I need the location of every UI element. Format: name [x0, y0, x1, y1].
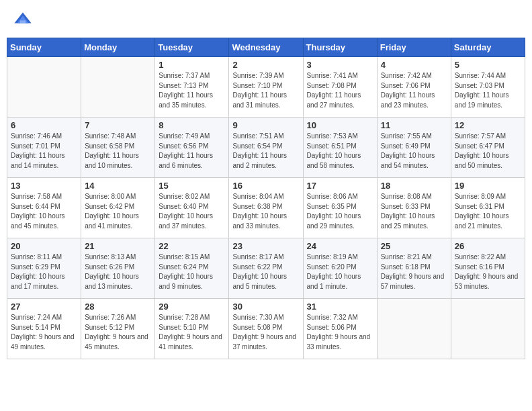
- weekday-header-row: SundayMondayTuesdayWednesdayThursdayFrid…: [7, 38, 525, 57]
- calendar-cell: 28Sunrise: 7:26 AMSunset: 5:12 PMDayligh…: [81, 299, 155, 359]
- day-info: Sunrise: 7:53 AMSunset: 6:51 PMDaylight:…: [307, 132, 373, 171]
- calendar-cell: 25Sunrise: 8:21 AMSunset: 6:18 PMDayligh…: [377, 238, 451, 299]
- page-header: [7, 7, 525, 32]
- calendar-cell: [7, 57, 81, 118]
- day-info: Sunrise: 7:58 AMSunset: 6:44 PMDaylight:…: [11, 192, 77, 231]
- calendar-cell: 27Sunrise: 7:24 AMSunset: 5:14 PMDayligh…: [7, 299, 81, 359]
- day-info: Sunrise: 7:28 AMSunset: 5:10 PMDaylight:…: [159, 313, 225, 352]
- day-number: 17: [307, 181, 373, 191]
- logo: [13, 10, 35, 29]
- calendar-cell: 6Sunrise: 7:46 AMSunset: 7:01 PMDaylight…: [7, 118, 81, 178]
- calendar-cell: 17Sunrise: 8:06 AMSunset: 6:35 PMDayligh…: [303, 178, 377, 238]
- day-number: 10: [307, 120, 373, 130]
- day-number: 11: [381, 120, 447, 130]
- calendar-week-row: 1Sunrise: 7:37 AMSunset: 7:13 PMDaylight…: [7, 57, 525, 118]
- weekday-header-saturday: Saturday: [451, 38, 525, 57]
- weekday-header-sunday: Sunday: [7, 38, 81, 57]
- day-info: Sunrise: 7:30 AMSunset: 5:08 PMDaylight:…: [232, 313, 299, 352]
- day-number: 19: [455, 181, 521, 191]
- day-number: 9: [232, 120, 299, 130]
- day-number: 12: [455, 120, 521, 130]
- calendar-cell: 9Sunrise: 7:51 AMSunset: 6:54 PMDaylight…: [229, 118, 303, 178]
- calendar-week-row: 27Sunrise: 7:24 AMSunset: 5:14 PMDayligh…: [7, 299, 525, 359]
- calendar-cell: 3Sunrise: 7:41 AMSunset: 7:08 PMDaylight…: [303, 57, 377, 118]
- calendar-cell: 7Sunrise: 7:48 AMSunset: 6:58 PMDaylight…: [81, 118, 155, 178]
- calendar-cell: [377, 299, 451, 359]
- day-info: Sunrise: 7:32 AMSunset: 5:06 PMDaylight:…: [307, 313, 373, 352]
- calendar-cell: 15Sunrise: 8:02 AMSunset: 6:40 PMDayligh…: [155, 178, 229, 238]
- calendar-cell: 31Sunrise: 7:32 AMSunset: 5:06 PMDayligh…: [303, 299, 377, 359]
- day-info: Sunrise: 8:17 AMSunset: 6:22 PMDaylight:…: [232, 253, 299, 291]
- weekday-header-thursday: Thursday: [303, 38, 377, 57]
- day-info: Sunrise: 7:48 AMSunset: 6:58 PMDaylight:…: [85, 132, 151, 171]
- day-number: 15: [159, 181, 225, 191]
- day-number: 24: [307, 241, 373, 251]
- calendar-cell: 18Sunrise: 8:08 AMSunset: 6:33 PMDayligh…: [377, 178, 451, 238]
- day-info: Sunrise: 8:21 AMSunset: 6:18 PMDaylight:…: [381, 253, 447, 291]
- calendar-cell: 19Sunrise: 8:09 AMSunset: 6:31 PMDayligh…: [451, 178, 525, 238]
- calendar-cell: 30Sunrise: 7:30 AMSunset: 5:08 PMDayligh…: [229, 299, 303, 359]
- day-info: Sunrise: 7:26 AMSunset: 5:12 PMDaylight:…: [85, 313, 151, 352]
- calendar-cell: 20Sunrise: 8:11 AMSunset: 6:29 PMDayligh…: [7, 238, 81, 299]
- calendar-cell: 21Sunrise: 8:13 AMSunset: 6:26 PMDayligh…: [81, 238, 155, 299]
- calendar-cell: 13Sunrise: 7:58 AMSunset: 6:44 PMDayligh…: [7, 178, 81, 238]
- day-info: Sunrise: 7:51 AMSunset: 6:54 PMDaylight:…: [232, 132, 299, 171]
- day-number: 21: [85, 241, 151, 251]
- calendar-cell: 16Sunrise: 8:04 AMSunset: 6:38 PMDayligh…: [229, 178, 303, 238]
- calendar-cell: [451, 299, 525, 359]
- calendar-cell: 12Sunrise: 7:57 AMSunset: 6:47 PMDayligh…: [451, 118, 525, 178]
- weekday-header-friday: Friday: [377, 38, 451, 57]
- calendar-cell: 26Sunrise: 8:22 AMSunset: 6:16 PMDayligh…: [451, 238, 525, 299]
- day-info: Sunrise: 8:08 AMSunset: 6:33 PMDaylight:…: [381, 192, 447, 231]
- day-number: 3: [307, 60, 373, 70]
- day-info: Sunrise: 8:04 AMSunset: 6:38 PMDaylight:…: [232, 192, 299, 231]
- day-number: 14: [85, 181, 151, 191]
- calendar-cell: 24Sunrise: 8:19 AMSunset: 6:20 PMDayligh…: [303, 238, 377, 299]
- day-number: 1: [159, 60, 225, 70]
- day-info: Sunrise: 7:44 AMSunset: 7:03 PMDaylight:…: [455, 71, 521, 110]
- day-number: 27: [11, 302, 77, 312]
- day-number: 31: [307, 302, 373, 312]
- day-info: Sunrise: 8:19 AMSunset: 6:20 PMDaylight:…: [307, 253, 373, 291]
- svg-rect-2: [20, 20, 26, 23]
- day-info: Sunrise: 7:24 AMSunset: 5:14 PMDaylight:…: [11, 313, 77, 352]
- calendar-cell: 1Sunrise: 7:37 AMSunset: 7:13 PMDaylight…: [155, 57, 229, 118]
- day-info: Sunrise: 8:09 AMSunset: 6:31 PMDaylight:…: [455, 192, 521, 231]
- day-number: 25: [381, 241, 447, 251]
- day-number: 6: [11, 120, 77, 130]
- weekday-header-monday: Monday: [81, 38, 155, 57]
- logo-icon: [13, 10, 32, 29]
- day-info: Sunrise: 8:02 AMSunset: 6:40 PMDaylight:…: [159, 192, 225, 231]
- day-number: 29: [159, 302, 225, 312]
- day-info: Sunrise: 7:39 AMSunset: 7:10 PMDaylight:…: [232, 71, 299, 110]
- day-number: 18: [381, 181, 447, 191]
- day-info: Sunrise: 8:15 AMSunset: 6:24 PMDaylight:…: [159, 253, 225, 291]
- calendar-week-row: 6Sunrise: 7:46 AMSunset: 7:01 PMDaylight…: [7, 118, 525, 178]
- day-number: 4: [381, 60, 447, 70]
- day-info: Sunrise: 8:06 AMSunset: 6:35 PMDaylight:…: [307, 192, 373, 231]
- day-number: 8: [159, 120, 225, 130]
- calendar-cell: 23Sunrise: 8:17 AMSunset: 6:22 PMDayligh…: [229, 238, 303, 299]
- day-info: Sunrise: 7:37 AMSunset: 7:13 PMDaylight:…: [159, 71, 225, 110]
- calendar-cell: 29Sunrise: 7:28 AMSunset: 5:10 PMDayligh…: [155, 299, 229, 359]
- day-info: Sunrise: 7:49 AMSunset: 6:56 PMDaylight:…: [159, 132, 225, 171]
- weekday-header-wednesday: Wednesday: [229, 38, 303, 57]
- calendar-table: SundayMondayTuesdayWednesdayThursdayFrid…: [7, 38, 525, 359]
- calendar-cell: 4Sunrise: 7:42 AMSunset: 7:06 PMDaylight…: [377, 57, 451, 118]
- day-number: 23: [232, 241, 299, 251]
- day-info: Sunrise: 8:11 AMSunset: 6:29 PMDaylight:…: [11, 253, 77, 291]
- day-number: 28: [85, 302, 151, 312]
- day-info: Sunrise: 7:46 AMSunset: 7:01 PMDaylight:…: [11, 132, 77, 171]
- day-number: 30: [232, 302, 299, 312]
- day-number: 7: [85, 120, 151, 130]
- day-info: Sunrise: 7:41 AMSunset: 7:08 PMDaylight:…: [307, 71, 373, 110]
- day-info: Sunrise: 8:13 AMSunset: 6:26 PMDaylight:…: [85, 253, 151, 291]
- calendar-cell: 8Sunrise: 7:49 AMSunset: 6:56 PMDaylight…: [155, 118, 229, 178]
- calendar-cell: [81, 57, 155, 118]
- day-info: Sunrise: 7:55 AMSunset: 6:49 PMDaylight:…: [381, 132, 447, 171]
- calendar-cell: 22Sunrise: 8:15 AMSunset: 6:24 PMDayligh…: [155, 238, 229, 299]
- day-info: Sunrise: 8:00 AMSunset: 6:42 PMDaylight:…: [85, 192, 151, 231]
- day-number: 26: [455, 241, 521, 251]
- day-info: Sunrise: 7:57 AMSunset: 6:47 PMDaylight:…: [455, 132, 521, 171]
- day-number: 2: [232, 60, 299, 70]
